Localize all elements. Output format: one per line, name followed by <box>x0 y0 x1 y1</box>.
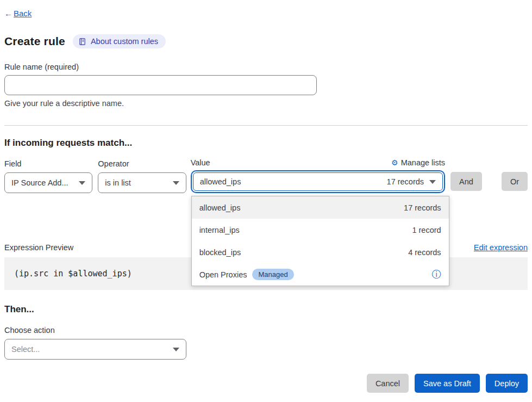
list-option-internal-ips[interactable]: internal_ips 1 record <box>192 219 449 241</box>
list-option-name: internal_ips <box>199 226 240 234</box>
action-select[interactable]: Select... <box>4 339 186 360</box>
list-option-open-proxies[interactable]: Open Proxies Managed ⓘ <box>192 263 449 286</box>
then-section-heading: Then... <box>4 304 528 315</box>
rule-name-input[interactable] <box>4 75 317 95</box>
match-section-heading: If incoming requests match... <box>4 138 528 149</box>
list-option-allowed-ips[interactable]: allowed_ips 17 records <box>192 196 449 219</box>
and-button[interactable]: And <box>450 172 482 191</box>
save-as-draft-button[interactable]: Save as Draft <box>415 374 480 393</box>
list-option-name: Open Proxies <box>199 270 247 279</box>
operator-label: Operator <box>98 159 186 168</box>
chevron-down-icon <box>173 348 179 351</box>
choose-action-label: Choose action <box>4 326 528 335</box>
edit-expression-link[interactable]: Edit expression <box>474 243 528 252</box>
list-option-meta: 1 record <box>412 226 441 234</box>
field-label: Field <box>4 159 92 168</box>
list-option-blocked-ips[interactable]: blocked_ips 4 records <box>192 241 449 263</box>
gear-icon: ⚙ <box>391 158 398 167</box>
value-select-meta: 17 records <box>387 177 424 186</box>
expression-preview-label: Expression Preview <box>4 243 73 252</box>
page-title: Create rule <box>4 35 65 48</box>
footer-actions: Cancel Save as Draft Deploy <box>4 374 528 393</box>
action-select-placeholder: Select... <box>11 345 40 354</box>
condition-row: Field IP Source Add... Operator is in li… <box>4 158 528 193</box>
deploy-button[interactable]: Deploy <box>486 374 528 393</box>
field-select[interactable]: IP Source Add... <box>4 172 92 193</box>
about-custom-rules-label: About custom rules <box>91 37 158 46</box>
list-dropdown-panel: allowed_ips 17 records internal_ips 1 re… <box>191 196 449 286</box>
field-select-value: IP Source Add... <box>11 178 68 187</box>
manage-lists-link[interactable]: ⚙ Manage lists <box>391 158 445 167</box>
about-custom-rules-link[interactable]: About custom rules <box>73 34 166 48</box>
value-select-value: allowed_ips <box>200 177 241 186</box>
expression-code: (ip.src in $allowed_ips) <box>14 269 132 279</box>
book-icon <box>78 38 86 46</box>
cancel-button[interactable]: Cancel <box>367 374 409 393</box>
chevron-down-icon <box>173 181 179 185</box>
rule-name-label: Rule name (required) <box>4 63 528 71</box>
list-option-name: allowed_ips <box>199 203 241 212</box>
or-button[interactable]: Or <box>502 172 528 191</box>
title-row: Create rule About custom rules <box>4 34 528 48</box>
value-label: Value <box>191 158 210 167</box>
info-icon[interactable]: ⓘ <box>432 270 441 279</box>
create-rule-page: ←Back Create rule About custom rules Rul… <box>0 0 532 393</box>
list-option-meta: 17 records <box>404 203 441 212</box>
manage-lists-label: Manage lists <box>401 158 445 167</box>
chevron-down-icon <box>429 180 436 184</box>
back-arrow-icon: ← <box>4 9 12 18</box>
managed-badge: Managed <box>252 269 293 280</box>
operator-select[interactable]: is in list <box>98 172 186 193</box>
value-select-focus-ring: allowed_ips 17 records <box>191 170 445 193</box>
rule-name-helper: Give your rule a descriptive name. <box>4 99 528 108</box>
section-divider <box>4 125 528 126</box>
chevron-down-icon <box>79 181 85 185</box>
list-option-meta: 4 records <box>408 248 441 257</box>
list-option-name: blocked_ips <box>199 248 241 257</box>
value-select[interactable]: allowed_ips 17 records <box>193 172 443 191</box>
back-link[interactable]: Back <box>14 9 32 18</box>
back-row: ←Back <box>4 9 528 18</box>
operator-select-value: is in list <box>105 178 131 187</box>
